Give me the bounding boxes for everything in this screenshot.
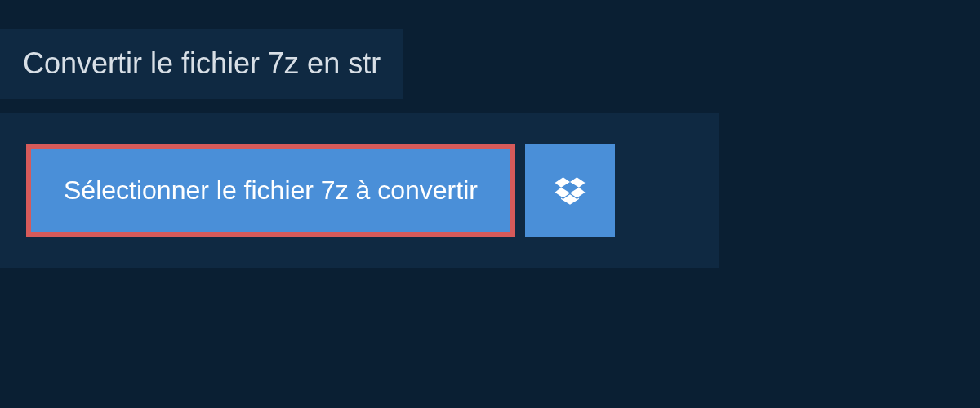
dropbox-icon (553, 174, 587, 208)
page-title: Convertir le fichier 7z en str (23, 47, 381, 81)
button-row: Sélectionner le fichier 7z à convertir (26, 144, 693, 237)
dropbox-button[interactable] (525, 144, 615, 237)
select-file-button[interactable]: Sélectionner le fichier 7z à convertir (26, 144, 515, 237)
select-file-button-label: Sélectionner le fichier 7z à convertir (64, 175, 478, 206)
main-panel: Sélectionner le fichier 7z à convertir (0, 113, 719, 268)
title-bar: Convertir le fichier 7z en str (0, 29, 403, 99)
